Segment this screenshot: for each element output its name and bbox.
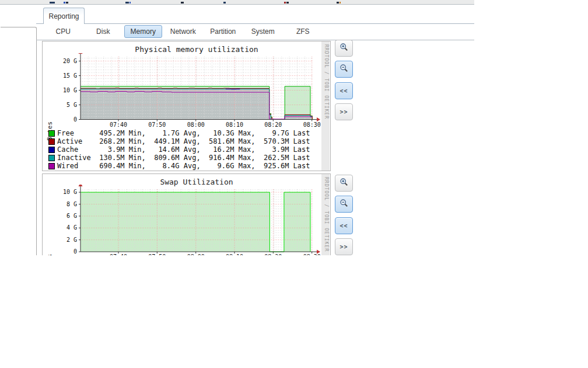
zoom-in-button[interactable] bbox=[335, 175, 353, 192]
tab-partition[interactable]: Partition bbox=[203, 25, 243, 39]
swap-chart-plot: 07:4007:5008:0008:1008:2008:3002 G4 G6 G… bbox=[43, 185, 323, 255]
scroll-forward-label: >> bbox=[340, 109, 348, 115]
svg-text:20 G: 20 G bbox=[63, 58, 77, 64]
svg-text:07:40: 07:40 bbox=[110, 254, 127, 255]
svg-text:10 G: 10 G bbox=[63, 189, 77, 195]
tab-reporting[interactable]: Reporting bbox=[43, 8, 85, 24]
svg-text:07:50: 07:50 bbox=[148, 254, 166, 255]
magnifier-minus-icon bbox=[340, 64, 349, 75]
toolbar-text-fragment bbox=[66, 2, 68, 4]
rrdtool-watermark: RRDTOOL / TOBI OETIKER bbox=[324, 177, 329, 255]
scroll-back-label: << bbox=[340, 223, 348, 229]
magnifier-plus-icon bbox=[340, 43, 349, 54]
svg-text:0: 0 bbox=[74, 248, 77, 255]
tab-label: Partition bbox=[210, 27, 236, 36]
legend-swatch-free bbox=[48, 130, 55, 137]
svg-text:15 G: 15 G bbox=[63, 72, 77, 79]
tab-disk[interactable]: Disk bbox=[83, 25, 124, 39]
legend-row: Free 495.2M Min, 1.7G Avg, 10.3G Max, 9.… bbox=[48, 129, 310, 137]
legend-swatch-inactive bbox=[48, 155, 55, 161]
svg-text:2 G: 2 G bbox=[66, 237, 77, 243]
legend-row-text: Cache 3.9M Min, 14.6M Avg, 16.2M Max, 3.… bbox=[57, 145, 310, 154]
zoom-in-button[interactable] bbox=[335, 40, 353, 57]
svg-text:8 G: 8 G bbox=[66, 201, 77, 207]
tab-label: Memory bbox=[124, 25, 162, 38]
svg-text:5 G: 5 G bbox=[66, 102, 77, 108]
tab-label: CPU bbox=[56, 27, 71, 36]
magnifier-plus-icon bbox=[340, 178, 349, 189]
browser-viewport: Reporting CPUDiskMemoryNetworkPartitionS… bbox=[0, 0, 588, 255]
swap-chart-panel: Swap Utilization Bytes RRDTOOL / TOBI OE… bbox=[42, 173, 331, 255]
toolbar-text-fragment bbox=[64, 2, 65, 4]
svg-text:08:10: 08:10 bbox=[226, 121, 243, 128]
svg-text:4 G: 4 G bbox=[66, 224, 77, 231]
screenshot-root: Reporting CPUDiskMemoryNetworkPartitionS… bbox=[0, 0, 588, 368]
legend-row-text: Active 268.2M Min, 449.1M Avg, 581.6M Ma… bbox=[57, 137, 310, 145]
legend-row-text: Inactive 130.5M Min, 809.6M Avg, 916.4M … bbox=[57, 154, 310, 162]
toolbar-text-fragment bbox=[125, 2, 129, 4]
toolbar-text-fragment bbox=[50, 2, 55, 4]
toolbar-text-fragment bbox=[340, 2, 341, 4]
magnifier-minus-icon bbox=[340, 199, 349, 210]
svg-text:07:40: 07:40 bbox=[110, 121, 127, 128]
legend-row: Cache 3.9M Min, 14.6M Avg, 16.2M Max, 3.… bbox=[48, 145, 310, 154]
legend-swatch-active bbox=[48, 138, 55, 145]
tab-label: Disk bbox=[96, 27, 110, 36]
memory-chart-title: Physical memory utilization bbox=[80, 45, 313, 54]
svg-text:07:50: 07:50 bbox=[148, 121, 166, 128]
tab-label: System bbox=[251, 27, 275, 36]
svg-text:08:20: 08:20 bbox=[264, 121, 282, 128]
scroll-forward-label: >> bbox=[340, 244, 348, 250]
toolbar-text-fragment bbox=[284, 2, 286, 4]
toolbar-text-fragment bbox=[223, 2, 226, 4]
tab-cpu[interactable]: CPU bbox=[43, 25, 83, 39]
tab-network[interactable]: Network bbox=[163, 25, 204, 39]
toolbar-text-fragment bbox=[337, 2, 339, 4]
svg-text:08:00: 08:00 bbox=[187, 121, 205, 128]
memory-chart-panel: Physical memory utilization Bytes RRDTOO… bbox=[42, 41, 331, 171]
zoom-out-button[interactable] bbox=[335, 61, 353, 78]
legend-swatch-cache bbox=[48, 147, 55, 153]
tab-memory[interactable]: Memory bbox=[123, 25, 163, 39]
tab-label: Network bbox=[170, 27, 196, 36]
scroll-back-label: << bbox=[340, 88, 348, 94]
tab-label: ZFS bbox=[296, 27, 310, 36]
rrdtool-watermark: RRDTOOL / TOBI OETIKER bbox=[324, 44, 329, 167]
sidebar-panel bbox=[1, 27, 37, 255]
scroll-back-button[interactable]: << bbox=[335, 217, 353, 234]
tab-system[interactable]: System bbox=[243, 25, 284, 39]
svg-text:08:10: 08:10 bbox=[226, 254, 243, 255]
svg-text:08:20: 08:20 bbox=[264, 254, 282, 255]
svg-text:08:30: 08:30 bbox=[303, 254, 321, 255]
zoom-out-button[interactable] bbox=[335, 196, 353, 213]
memory-chart-plot: 07:4007:5008:0008:1008:2008:3005 G10 G15… bbox=[43, 53, 323, 129]
scroll-forward-button[interactable]: >> bbox=[335, 238, 353, 255]
scroll-back-button[interactable]: << bbox=[335, 82, 353, 99]
svg-text:10 G: 10 G bbox=[63, 87, 77, 93]
legend-row-text: Free 495.2M Min, 1.7G Avg, 10.3G Max, 9.… bbox=[57, 129, 310, 137]
svg-text:0: 0 bbox=[74, 116, 77, 123]
toolbar-text-fragment bbox=[181, 2, 184, 4]
legend-row-text: Wired 690.4M Min, 8.4G Avg, 9.6G Max, 92… bbox=[57, 162, 310, 170]
tab-zfs[interactable]: ZFS bbox=[283, 25, 323, 39]
toolbar-text-fragment bbox=[130, 2, 131, 4]
legend-row: Inactive 130.5M Min, 809.6M Avg, 916.4M … bbox=[48, 154, 310, 162]
scroll-forward-button[interactable]: >> bbox=[335, 103, 353, 120]
legend-swatch-wired bbox=[48, 163, 55, 169]
svg-text:08:00: 08:00 bbox=[187, 254, 205, 255]
tab-reporting-label: Reporting bbox=[48, 12, 79, 20]
subtab-row-divider bbox=[36, 40, 474, 40]
toolbar-text-fragment bbox=[286, 2, 289, 4]
svg-text:08:30: 08:30 bbox=[303, 121, 321, 128]
memory-chart-legend: Free 495.2M Min, 1.7G Avg, 10.3G Max, 9.… bbox=[48, 129, 310, 170]
svg-text:6 G: 6 G bbox=[66, 213, 77, 219]
tab-row-divider bbox=[36, 23, 474, 24]
legend-row: Wired 690.4M Min, 8.4G Avg, 9.6G Max, 92… bbox=[48, 162, 310, 170]
browser-toolbar-remnant bbox=[0, 0, 474, 5]
subtab-bar: CPUDiskMemoryNetworkPartitionSystemZFS bbox=[43, 25, 323, 39]
legend-row: Active 268.2M Min, 449.1M Avg, 581.6M Ma… bbox=[48, 137, 310, 145]
